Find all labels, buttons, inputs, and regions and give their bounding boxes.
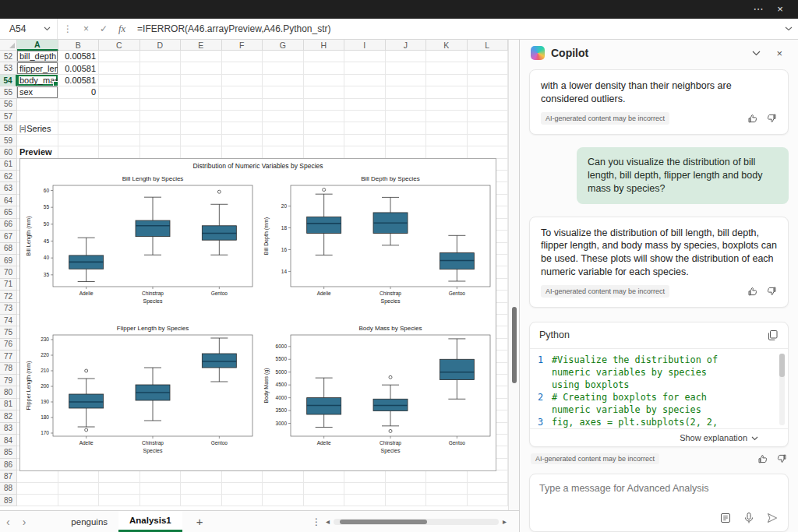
- thumbs-up-icon[interactable]: [747, 286, 758, 297]
- cell-C54[interactable]: [99, 75, 140, 86]
- cell-A87[interactable]: [17, 470, 58, 482]
- cell-K55[interactable]: [426, 86, 468, 98]
- cell-E58[interactable]: [181, 122, 222, 134]
- close-window-icon[interactable]: ×: [770, 0, 790, 19]
- code-block[interactable]: 1#Visualize the distribution of numeric …: [530, 349, 788, 428]
- cell-G59[interactable]: [263, 135, 304, 146]
- cell-B59[interactable]: [58, 135, 100, 146]
- cell-F58[interactable]: [222, 122, 263, 134]
- column-header-F[interactable]: F: [222, 40, 263, 51]
- cell-F54[interactable]: [222, 75, 263, 86]
- row-header-73[interactable]: 73: [0, 303, 17, 315]
- row-header-65[interactable]: 65: [0, 206, 17, 218]
- cell-B89[interactable]: [58, 495, 100, 506]
- mic-icon[interactable]: [743, 512, 755, 524]
- cell-K59[interactable]: [426, 135, 468, 146]
- row-header-76[interactable]: 76: [0, 339, 17, 351]
- cell-L59[interactable]: [468, 135, 509, 146]
- cell-A57[interactable]: [17, 111, 58, 122]
- row-header-52[interactable]: 52: [0, 51, 17, 62]
- cell-E87[interactable]: [181, 470, 222, 482]
- scroll-left-icon[interactable]: ◂: [326, 517, 330, 527]
- column-header-D[interactable]: D: [140, 40, 182, 51]
- cell-F57[interactable]: [222, 111, 263, 122]
- row-header-87[interactable]: 87: [0, 470, 17, 482]
- cell-J59[interactable]: [386, 135, 427, 146]
- row-header-82[interactable]: 82: [0, 410, 17, 422]
- cell-G54[interactable]: [263, 75, 304, 86]
- cell-B87[interactable]: [58, 470, 100, 482]
- cell-I89[interactable]: [344, 495, 386, 506]
- cell-L87[interactable]: [468, 470, 509, 482]
- column-header-L[interactable]: L: [468, 40, 509, 51]
- cell-J54[interactable]: [386, 75, 427, 86]
- cell-G53[interactable]: [263, 62, 304, 74]
- cell-G87[interactable]: [263, 470, 304, 482]
- cell-F56[interactable]: [222, 99, 263, 111]
- select-all-button[interactable]: [0, 40, 17, 51]
- cell-A58[interactable]: [≡]Series: [17, 122, 58, 134]
- cell-E88[interactable]: [181, 483, 222, 495]
- scroll-right-icon[interactable]: ▸: [503, 517, 507, 527]
- cell-K60[interactable]: [426, 146, 468, 158]
- cell-J56[interactable]: [386, 99, 427, 111]
- cell-A52[interactable]: bill_depth: [17, 51, 58, 62]
- row-header-89[interactable]: 89: [0, 495, 17, 506]
- cell-C87[interactable]: [99, 470, 140, 482]
- cell-C57[interactable]: [99, 111, 140, 122]
- cell-E89[interactable]: [181, 495, 222, 506]
- cell-J58[interactable]: [386, 122, 427, 134]
- cell-H53[interactable]: [304, 62, 345, 74]
- cell-K58[interactable]: [426, 122, 468, 134]
- column-header-E[interactable]: E: [181, 40, 222, 51]
- row-header-68[interactable]: 68: [0, 243, 17, 255]
- cell-J87[interactable]: [386, 470, 427, 482]
- insert-function-icon[interactable]: fx: [113, 23, 131, 35]
- cell-I58[interactable]: [344, 122, 386, 134]
- cell-K56[interactable]: [426, 99, 468, 111]
- formula-input[interactable]: =IFERROR(A46.arrayPreview,A46.Python_str…: [131, 23, 779, 34]
- code-scrollbar-thumb[interactable]: [779, 354, 785, 377]
- row-header-62[interactable]: 62: [0, 171, 17, 182]
- cancel-entry-icon[interactable]: ×: [78, 23, 94, 34]
- row-header-67[interactable]: 67: [0, 231, 17, 242]
- row-header-70[interactable]: 70: [0, 266, 17, 278]
- cell-D53[interactable]: [140, 62, 182, 74]
- column-header-B[interactable]: B: [58, 40, 100, 51]
- cell-E54[interactable]: [181, 75, 222, 86]
- cell-J60[interactable]: [386, 146, 427, 158]
- code-scrollbar[interactable]: [779, 354, 785, 425]
- cell-I55[interactable]: [344, 86, 386, 98]
- cell-G55[interactable]: [263, 86, 304, 98]
- cell-H57[interactable]: [304, 111, 345, 122]
- cell-D59[interactable]: [140, 135, 182, 146]
- cell-I87[interactable]: [344, 470, 386, 482]
- expand-formula-bar-icon[interactable]: [779, 26, 798, 31]
- cell-C53[interactable]: [99, 62, 140, 74]
- row-header-78[interactable]: 78: [0, 363, 17, 375]
- cell-G52[interactable]: [263, 51, 304, 62]
- cell-D88[interactable]: [140, 483, 182, 495]
- row-header-77[interactable]: 77: [0, 351, 17, 362]
- cell-J55[interactable]: [386, 86, 427, 98]
- cell-K89[interactable]: [426, 495, 468, 506]
- cell-C58[interactable]: [99, 122, 140, 134]
- cell-F52[interactable]: [222, 51, 263, 62]
- prompt-notebook-icon[interactable]: [719, 512, 732, 524]
- row-header-60[interactable]: 60: [0, 146, 17, 158]
- cell-G89[interactable]: [263, 495, 304, 506]
- sheet-options-icon[interactable]: ⋮: [312, 516, 321, 527]
- thumbs-down-icon[interactable]: [766, 286, 777, 297]
- cell-L60[interactable]: [468, 146, 509, 158]
- cell-H55[interactable]: [304, 86, 345, 98]
- row-header-69[interactable]: 69: [0, 255, 17, 266]
- more-options-icon[interactable]: ⋯: [748, 0, 768, 19]
- column-header-H[interactable]: H: [304, 40, 345, 51]
- column-header-A[interactable]: A: [17, 40, 58, 51]
- cell-K53[interactable]: [426, 62, 468, 74]
- cell-B60[interactable]: [58, 146, 100, 158]
- cell-F87[interactable]: [222, 470, 263, 482]
- cell-I59[interactable]: [344, 135, 386, 146]
- cell-D58[interactable]: [140, 122, 182, 134]
- cell-A56[interactable]: [17, 99, 58, 111]
